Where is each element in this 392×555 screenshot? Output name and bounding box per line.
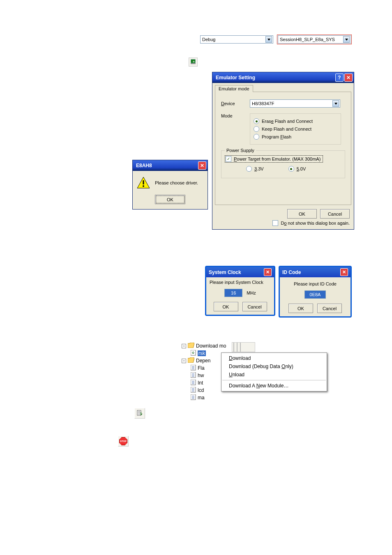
build-config-value: Debug bbox=[202, 37, 215, 42]
radio-erase-flash-connect[interactable]: Erase Flash and Connect bbox=[254, 118, 337, 124]
check-power-target[interactable]: Power Target from Emulator. (MAX 300mA) bbox=[226, 156, 322, 162]
tree-node-file[interactable]: ma bbox=[198, 395, 205, 401]
tree-expander-icon[interactable]: − bbox=[182, 344, 186, 348]
radio-label: Keep Flash and Connect bbox=[262, 127, 311, 131]
svg-rect-2 bbox=[191, 60, 195, 63]
dropdown-arrow-icon[interactable] bbox=[343, 36, 350, 43]
session-combo[interactable]: SessionH8_SLP_E8a_SYS bbox=[278, 35, 351, 44]
cancel-label: Cancel bbox=[323, 306, 337, 311]
sysclock-titlebar[interactable]: System Clock ✕ bbox=[206, 267, 274, 277]
close-icon[interactable]: ✕ bbox=[198, 161, 206, 170]
svg-point-6 bbox=[143, 185, 144, 187]
e8ah8-ok-button[interactable]: OK bbox=[155, 195, 185, 204]
file-icon bbox=[191, 365, 196, 372]
stop-sign-icon: STOP bbox=[119, 437, 127, 445]
close-icon[interactable]: ✕ bbox=[264, 268, 272, 276]
sysclock-prompt: Please input System Clock bbox=[210, 280, 271, 285]
svg-marker-8 bbox=[188, 343, 194, 348]
dropdown-arrow-icon[interactable] bbox=[332, 100, 339, 107]
close-icon[interactable]: ✕ bbox=[344, 74, 353, 82]
file-icon bbox=[191, 387, 196, 394]
file-icon bbox=[191, 380, 196, 387]
file-icon bbox=[191, 394, 196, 401]
svg-marker-1 bbox=[345, 39, 348, 41]
radio-icon bbox=[246, 166, 252, 172]
radio-keep-flash-connect[interactable]: Keep Flash and Connect bbox=[254, 126, 337, 132]
system-clock-dialog: System Clock ✕ Please input System Clock… bbox=[205, 266, 275, 316]
tree-expander-icon[interactable]: − bbox=[182, 359, 186, 363]
device-value: H8/38347F bbox=[252, 101, 274, 106]
svg-rect-5 bbox=[143, 180, 144, 184]
tab-emulator-mode[interactable]: Emulator mode bbox=[215, 85, 253, 92]
dontshow-label: Do not show this dialog box again. bbox=[281, 221, 350, 226]
sysclock-cancel-button[interactable]: Cancel bbox=[242, 302, 267, 311]
ok-label: OK bbox=[299, 212, 305, 216]
device-combo[interactable]: H8/38347F bbox=[250, 99, 340, 108]
menu-item-download-debug-only[interactable]: Download (Debug Data Only) bbox=[221, 362, 327, 371]
build-config-combo[interactable]: Debug bbox=[200, 35, 273, 44]
folder-open-icon bbox=[188, 343, 194, 349]
svg-marker-0 bbox=[267, 39, 270, 41]
sysclock-title: System Clock bbox=[209, 269, 241, 275]
session-value: SessionH8_SLP_E8a_SYS bbox=[280, 37, 335, 42]
power-supply-legend: Power Supply bbox=[225, 148, 256, 153]
sysclock-unit: MHz bbox=[247, 290, 256, 295]
emulator-titlebar[interactable]: Emulator Setting ? ✕ bbox=[212, 72, 354, 83]
close-icon[interactable]: ✕ bbox=[340, 268, 348, 276]
tree-node-file[interactable]: lcd bbox=[198, 387, 204, 393]
e8ah8-dialog: E8AH8 ✕ Please choose driver. OK bbox=[132, 160, 208, 210]
tree-node-dependencies[interactable]: Depen bbox=[196, 358, 210, 364]
svg-marker-7 bbox=[334, 103, 337, 105]
idcode-cancel-button[interactable]: Cancel bbox=[317, 304, 342, 313]
idcode-value: 0E8A bbox=[310, 292, 321, 297]
radio-5v0[interactable]: 5.0V bbox=[288, 166, 306, 172]
tree-node-file[interactable]: Fla bbox=[198, 365, 205, 371]
tree-node-rsk-selected[interactable]: rsk bbox=[198, 350, 206, 356]
svg-marker-10 bbox=[188, 357, 194, 363]
tree-node-file[interactable]: Int bbox=[198, 380, 203, 386]
mode-label: Mode bbox=[221, 113, 250, 145]
e8ah8-title: E8AH8 bbox=[136, 163, 152, 168]
reset-go-icon-button[interactable] bbox=[134, 408, 145, 419]
warning-icon bbox=[137, 177, 150, 189]
emulator-title: Emulator Setting bbox=[216, 75, 255, 81]
tree-node-download-modules[interactable]: Download mo bbox=[196, 343, 226, 349]
radio-3v3[interactable]: 3.3V bbox=[246, 166, 264, 172]
emulator-cancel-button[interactable]: Cancel bbox=[320, 209, 350, 219]
idcode-ok-button[interactable]: OK bbox=[288, 304, 313, 313]
connect-icon-button[interactable] bbox=[189, 58, 198, 67]
emulator-ok-button[interactable]: OK bbox=[287, 209, 317, 219]
e8ah8-titlebar[interactable]: E8AH8 ✕ bbox=[133, 160, 208, 171]
sysclock-input[interactable]: 16 bbox=[224, 289, 242, 297]
dropdown-arrow-icon[interactable] bbox=[265, 36, 272, 43]
menu-item-unload[interactable]: Unload bbox=[221, 371, 327, 379]
checkbox-dontshow[interactable] bbox=[272, 220, 278, 226]
sysclock-value: 16 bbox=[231, 290, 236, 295]
tree-node-file[interactable]: hw bbox=[198, 373, 204, 378]
help-icon[interactable]: ? bbox=[335, 74, 344, 82]
download-module-icon bbox=[191, 350, 196, 357]
stop-label: STOP bbox=[120, 440, 127, 442]
idcode-input[interactable]: 0E8A bbox=[304, 290, 326, 299]
e8ah8-message: Please choose driver. bbox=[155, 180, 198, 185]
ok-label: OK bbox=[223, 304, 229, 309]
radio-program-flash[interactable]: Program Flash bbox=[254, 134, 337, 140]
ok-label: OK bbox=[167, 197, 173, 202]
radio-icon bbox=[254, 134, 259, 140]
device-label: Device bbox=[221, 101, 250, 106]
sysclock-ok-button[interactable]: OK bbox=[214, 302, 238, 311]
file-icon bbox=[191, 372, 196, 379]
menu-item-download[interactable]: Download bbox=[221, 354, 327, 362]
idcode-titlebar[interactable]: ID Code ✕ bbox=[280, 267, 350, 277]
cancel-label: Cancel bbox=[247, 304, 261, 309]
toolbar-gripper[interactable] bbox=[232, 342, 255, 352]
emulator-setting-dialog: Emulator Setting ? ✕ Emulator mode Devic… bbox=[212, 72, 354, 230]
idcode-title: ID Code bbox=[282, 269, 301, 275]
radio-icon bbox=[288, 166, 294, 172]
radio-icon bbox=[254, 118, 259, 124]
checkbox-icon bbox=[226, 156, 231, 162]
menu-item-download-new-module[interactable]: Download A New Module… bbox=[221, 382, 327, 390]
cancel-label: Cancel bbox=[328, 212, 342, 216]
svg-rect-3 bbox=[191, 63, 196, 64]
stop-icon-button[interactable]: STOP bbox=[118, 436, 129, 447]
